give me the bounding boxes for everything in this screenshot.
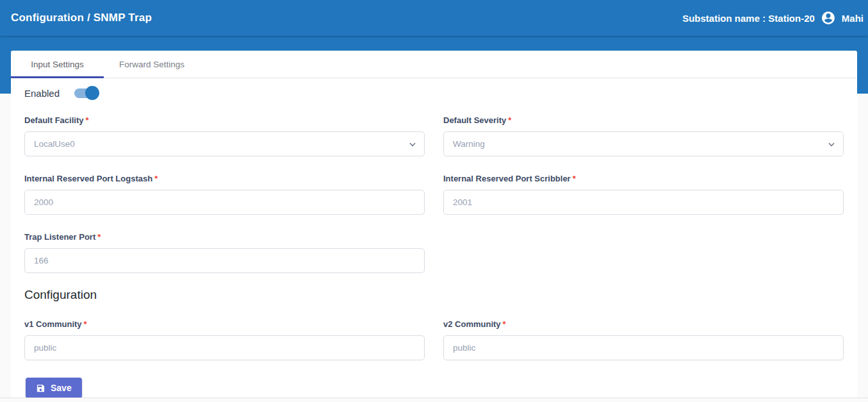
required-marker: * — [85, 115, 88, 125]
v1-community-label: v1 Community* — [24, 319, 425, 329]
v2-community-control — [443, 335, 844, 360]
v1-community-control — [24, 335, 425, 360]
field-v2-community: v2 Community* — [443, 319, 844, 360]
port-logstash-input[interactable] — [24, 190, 425, 215]
field-default-severity: Default Severity* Warning — [443, 115, 844, 156]
trap-listener-port-label: Trap Listener Port* — [24, 232, 425, 242]
save-button-label: Save — [51, 383, 72, 393]
default-severity-label: Default Severity* — [443, 115, 844, 125]
settings-card: Input Settings Forward Settings Enabled … — [11, 51, 857, 398]
tab-input-settings[interactable]: Input Settings — [11, 51, 104, 78]
default-facility-label: Default Facility* — [24, 115, 425, 125]
user-name-label[interactable]: Mahi — [842, 13, 864, 24]
substation-name-label: Substation name : Station-20 — [682, 13, 815, 24]
trap-listener-port-control — [24, 248, 425, 273]
port-scribbler-control — [443, 190, 844, 215]
label-text: Trap Listener Port — [24, 232, 95, 242]
required-marker: * — [84, 319, 87, 329]
default-facility-control: LocalUse0 — [24, 131, 425, 156]
field-default-facility: Default Facility* LocalUse0 — [24, 115, 425, 156]
app-header-bar: Configuration / SNMP Trap Substation nam… — [0, 0, 868, 36]
save-icon — [36, 383, 45, 393]
v2-community-input[interactable] — [443, 335, 844, 360]
field-v1-community: v1 Community* — [24, 319, 425, 360]
enabled-row: Enabled — [11, 78, 857, 100]
required-marker: * — [573, 174, 576, 183]
default-severity-control: Warning — [443, 131, 844, 156]
label-text: Internal Reserved Port Scribbler — [443, 174, 571, 183]
save-button[interactable]: Save — [26, 378, 82, 398]
tab-bar: Input Settings Forward Settings — [11, 51, 857, 78]
account-circle-icon[interactable] — [821, 10, 836, 26]
port-scribbler-input[interactable] — [443, 190, 844, 215]
label-text: v1 Community — [24, 319, 82, 329]
field-port-scribbler: Internal Reserved Port Scribbler* — [443, 174, 844, 215]
snmp-trap-configuration-page: Configuration / SNMP Trap Substation nam… — [0, 0, 868, 402]
port-logstash-control — [24, 190, 425, 215]
v2-community-label: v2 Community* — [443, 319, 844, 329]
required-marker: * — [503, 319, 506, 329]
trap-listener-port-input[interactable] — [24, 248, 425, 273]
required-marker: * — [154, 174, 158, 183]
header-right-group: Substation name : Station-20 Mahi — [682, 10, 865, 26]
tab-forward-settings[interactable]: Forward Settings — [104, 51, 200, 78]
configuration-section-heading: Configuration — [24, 288, 844, 302]
label-text: Default Severity — [443, 115, 506, 125]
label-text: Default Facility — [24, 115, 83, 125]
default-facility-select[interactable]: LocalUse0 — [24, 131, 425, 156]
label-text: Internal Reserved Port Logstash — [24, 174, 152, 183]
page-title: Configuration / SNMP Trap — [11, 12, 152, 24]
enabled-label: Enabled — [24, 88, 60, 99]
label-text: v2 Community — [443, 319, 501, 329]
field-trap-listener-port: Trap Listener Port* — [24, 232, 425, 273]
field-port-logstash: Internal Reserved Port Logstash* — [24, 174, 425, 215]
snmp-settings-form: Default Facility* LocalUse0 Default Seve… — [11, 100, 857, 402]
required-marker: * — [97, 232, 101, 242]
page-bottom-divider — [0, 398, 868, 402]
enabled-toggle[interactable] — [74, 88, 97, 98]
v1-community-input[interactable] — [24, 335, 425, 360]
port-scribbler-label: Internal Reserved Port Scribbler* — [443, 174, 844, 183]
required-marker: * — [508, 115, 511, 125]
port-logstash-label: Internal Reserved Port Logstash* — [24, 174, 425, 183]
default-severity-select[interactable]: Warning — [443, 131, 844, 156]
toggle-knob — [85, 86, 99, 100]
